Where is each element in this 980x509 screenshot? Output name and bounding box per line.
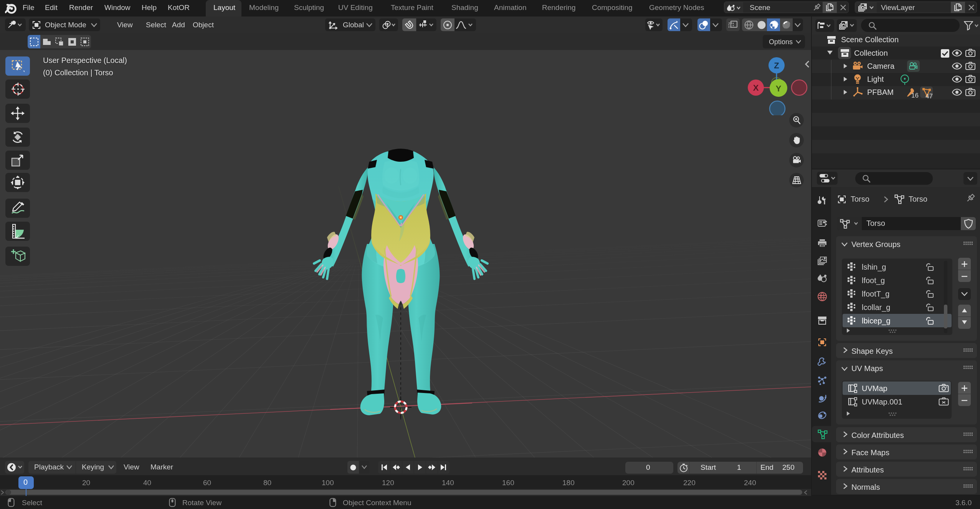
svg-text:X: X	[753, 83, 759, 93]
svg-text:Y: Y	[776, 84, 782, 93]
svg-text:Z: Z	[774, 61, 779, 70]
